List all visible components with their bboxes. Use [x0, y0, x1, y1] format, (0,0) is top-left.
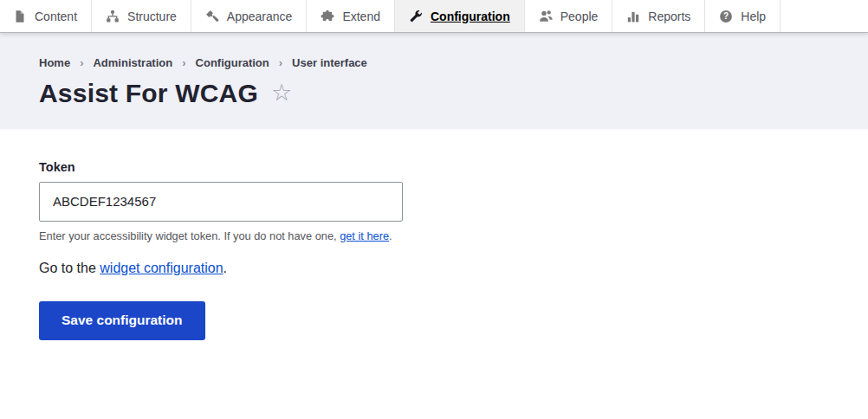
goto-period: . — [223, 261, 227, 275]
toolbar-tab-label: Appearance — [227, 10, 293, 23]
page-title: Assist For WCAG — [39, 80, 258, 107]
toolbar-tab-label: People — [560, 10, 599, 23]
breadcrumb: Home › Administration › Configuration › … — [39, 56, 829, 69]
toolbar-tab-label: Extend — [342, 10, 380, 23]
toolbar-tab-label: Help — [741, 10, 766, 23]
toolbar-tab-appearance[interactable]: Appearance — [191, 0, 308, 32]
token-form-item: Token Enter your accessibility widget to… — [39, 160, 829, 242]
widget-configuration-link[interactable]: widget configuration — [100, 261, 223, 275]
toolbar-tab-extend[interactable]: Extend — [307, 0, 395, 32]
main-content: Token Enter your accessibility widget to… — [0, 129, 868, 371]
toolbar-tab-label: Content — [35, 10, 77, 23]
admin-toolbar: Content Structure Appearance Extend Conf… — [0, 0, 868, 32]
toolbar-tab-help[interactable]: ? Help — [705, 0, 781, 32]
toolbar-tab-label: Reports — [648, 10, 690, 23]
breadcrumb-home[interactable]: Home — [39, 56, 70, 69]
token-input[interactable] — [39, 182, 403, 222]
save-configuration-button[interactable]: Save configuration — [39, 301, 205, 340]
description-text: Enter your accessibility widget token. I… — [39, 229, 340, 242]
toolbar-tab-reports[interactable]: Reports — [612, 0, 705, 32]
get-it-here-link[interactable]: get it here — [340, 229, 389, 242]
goto-text: Go to the — [39, 261, 100, 275]
breadcrumb-user-interface[interactable]: User interface — [292, 56, 367, 69]
puzzle-icon — [321, 10, 334, 23]
breadcrumb-separator: › — [279, 56, 282, 69]
star-icon[interactable]: ☆ — [271, 81, 292, 105]
document-icon — [13, 10, 27, 23]
token-description: Enter your accessibility widget token. I… — [39, 229, 829, 242]
breadcrumb-configuration[interactable]: Configuration — [196, 56, 269, 69]
goto-line: Go to the widget configuration. — [39, 261, 829, 276]
description-period: . — [389, 229, 392, 242]
people-icon — [539, 10, 553, 23]
toolbar-tab-structure[interactable]: Structure — [92, 0, 191, 32]
bar-chart-icon — [626, 10, 640, 23]
toolbar-tab-people[interactable]: People — [525, 0, 613, 32]
svg-text:?: ? — [723, 11, 729, 21]
toolbar-tab-content[interactable]: Content — [0, 0, 92, 32]
breadcrumb-separator: › — [182, 56, 185, 69]
sitemap-icon — [106, 10, 120, 23]
token-label: Token — [39, 160, 829, 174]
help-icon: ? — [719, 10, 733, 23]
page-header: Home › Administration › Configuration › … — [0, 32, 868, 129]
breadcrumb-administration[interactable]: Administration — [93, 56, 172, 69]
breadcrumb-separator: › — [80, 56, 83, 69]
toolbar-tab-label: Configuration — [431, 10, 510, 23]
paintbrush-icon — [205, 10, 219, 23]
wrench-icon — [409, 10, 423, 23]
toolbar-tab-label: Structure — [127, 10, 177, 23]
toolbar-tab-configuration[interactable]: Configuration — [395, 0, 525, 32]
